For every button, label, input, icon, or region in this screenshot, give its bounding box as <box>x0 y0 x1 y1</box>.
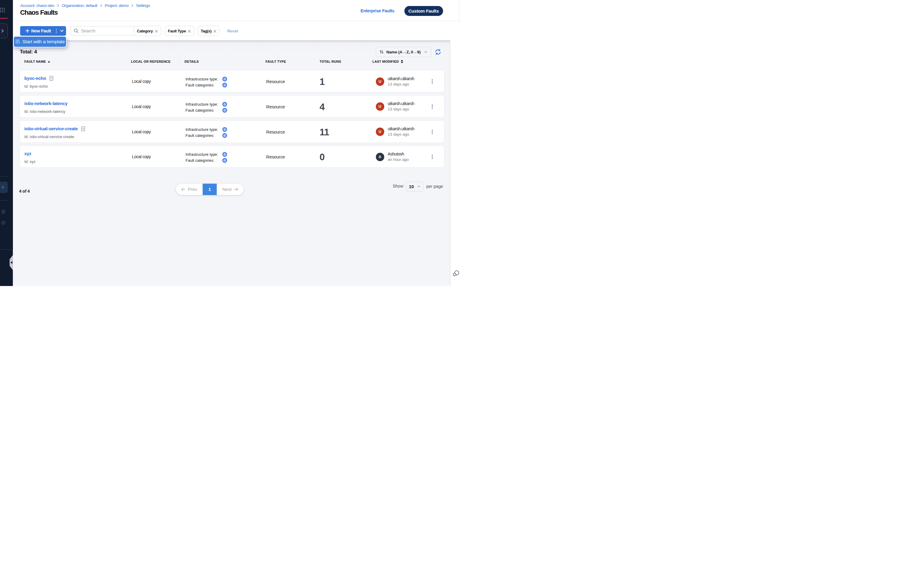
search-box <box>70 26 137 36</box>
breadcrumb-settings[interactable]: Settings <box>136 3 150 8</box>
fault-categories-label: Fault categories: <box>185 158 222 163</box>
local-or-reference-value: Local copy <box>132 154 151 159</box>
infrastructure-type-label: Infrastructure type: <box>185 152 222 157</box>
fault-id: Id: istio-virtual-service-create <box>24 134 74 139</box>
module-active-indicator <box>0 18 8 19</box>
filter-chip-label: Category <box>137 29 153 33</box>
modified-by: utkarsh.utkarsh <box>388 101 414 106</box>
pagination-next-button[interactable]: Next <box>217 183 243 195</box>
sidebar-expand-button[interactable] <box>0 23 8 39</box>
document-icon <box>50 76 53 81</box>
local-or-reference-value: Local copy <box>132 104 151 109</box>
total-runs-value: 1 <box>320 76 325 87</box>
column-header-last-modified[interactable]: LAST MODIFIED <box>373 60 403 63</box>
arrow-right-icon <box>234 188 238 191</box>
sidebar-info-button-1[interactable] <box>2 209 5 213</box>
breadcrumb-project[interactable]: Project: demo <box>105 3 129 8</box>
filter-chip-category[interactable]: Category <box>134 26 161 36</box>
enterprise-faults-link[interactable]: Enterprise Faults <box>361 8 394 13</box>
search-input[interactable] <box>81 28 132 33</box>
new-fault-dropdown-toggle[interactable] <box>58 26 65 36</box>
new-fault-label: New Fault <box>31 28 51 33</box>
breadcrumb-account[interactable]: Account: chaos-dev <box>20 3 54 8</box>
plus-icon <box>25 29 30 33</box>
chevron-right-icon <box>1 29 4 33</box>
fault-row-istio-virtual-service-create[interactable]: istio-virtual-service-create Id: istio-v… <box>20 120 444 143</box>
fault-name-link[interactable]: byoc-echo <box>24 76 46 81</box>
new-fault-button[interactable]: New Fault <box>20 26 66 36</box>
sort-select[interactable]: Name (A→Z, 0→9) <box>376 47 431 57</box>
new-fault-menu: Start with a template <box>13 36 67 48</box>
column-header-fault-name[interactable]: FAULT NAME <box>24 60 50 63</box>
fault-row-istio-network-latency[interactable]: istio-network-latency Id: istio-network-… <box>20 95 444 118</box>
row-menu-button[interactable] <box>431 128 434 136</box>
kubernetes-icon <box>222 158 227 163</box>
pagination: Prev 1 Next <box>176 183 244 195</box>
content-area: Total: 4 Name (A→Z, 0→9) FAULT NAME LOCA… <box>13 40 450 286</box>
toolbar-divider <box>13 40 450 40</box>
show-label: Show <box>393 183 403 188</box>
modified-ago: 13 days ago <box>388 82 409 86</box>
close-icon[interactable] <box>213 30 216 33</box>
total-runs-value: 4 <box>320 102 325 112</box>
close-icon[interactable] <box>155 30 158 33</box>
pagination-prev-label: Prev <box>188 187 197 192</box>
pagination-current-page[interactable]: 1 <box>203 183 217 195</box>
breadcrumb: Account: chaos-dev Organization: default… <box>20 3 150 8</box>
kubernetes-icon <box>222 108 227 113</box>
local-or-reference-value: Local copy <box>132 129 151 134</box>
pagination-prev-button[interactable]: Prev <box>176 183 203 195</box>
row-menu-button[interactable] <box>431 103 434 111</box>
row-menu-button[interactable] <box>431 153 434 161</box>
button-divider <box>56 28 56 34</box>
nav-apps-grid-icon[interactable] <box>0 8 5 12</box>
sidebar-divider <box>0 249 13 250</box>
chevron-down-icon <box>60 30 64 32</box>
sidebar-collapse-handle[interactable] <box>9 255 13 270</box>
fault-name-link[interactable]: istio-network-latency <box>24 101 68 106</box>
fault-name-link[interactable]: istio-virtual-service-create <box>24 126 78 131</box>
filter-chip-fault-type[interactable]: Fault Type <box>165 26 194 36</box>
filter-chip-label: Fault Type <box>168 29 186 33</box>
avatar: U <box>376 127 384 136</box>
close-icon[interactable] <box>188 30 191 33</box>
fault-row-xyz[interactable]: xyz Id: xyz Local copy Infrastructure ty… <box>20 145 444 168</box>
breadcrumb-organization[interactable]: Organization: default <box>62 3 97 8</box>
reset-filters-link[interactable]: Reset <box>227 29 238 33</box>
breadcrumb-separator-icon <box>131 4 134 7</box>
column-header-fault-type: FAULT TYPE <box>266 60 286 63</box>
kubernetes-icon <box>222 152 227 157</box>
sidebar-item-current[interactable] <box>0 182 8 193</box>
page-size-value: 10 <box>409 184 414 189</box>
pagination-count: 4 of 4 <box>19 189 30 194</box>
custom-faults-button[interactable]: Custom Faults <box>404 6 443 16</box>
infrastructure-type-label: Infrastructure type: <box>185 102 222 107</box>
fault-type-value: Resource <box>266 154 285 159</box>
page-header: Account: chaos-dev Organization: default… <box>13 0 462 21</box>
total-runs-value: 0 <box>320 152 325 163</box>
arrow-left-icon <box>181 188 185 191</box>
page-size-select[interactable]: 10 <box>406 182 423 191</box>
fault-categories-label: Fault categories: <box>185 133 222 138</box>
sort-asc-icon <box>48 61 50 62</box>
fault-name-link[interactable]: xyz <box>24 151 31 156</box>
search-icon <box>74 28 78 33</box>
kubernetes-icon <box>222 76 227 82</box>
fault-row-byoc-echo[interactable]: byoc-echo Id: byoc-echo Local copy Infra… <box>20 70 444 92</box>
local-or-reference-value: Local copy <box>132 79 151 84</box>
sidebar-info-button-2[interactable] <box>2 220 5 224</box>
fault-categories-label: Fault categories: <box>185 83 222 87</box>
refresh-button[interactable] <box>435 49 441 55</box>
kubernetes-icon <box>222 127 227 132</box>
infrastructure-type-label: Infrastructure type: <box>185 127 222 132</box>
fault-id: Id: istio-network-latency <box>24 109 65 114</box>
start-with-template-menu-item[interactable]: Start with a template <box>14 37 66 47</box>
refresh-icon <box>435 49 441 55</box>
column-header-local-or-reference: LOCAL OR REFERENCE <box>131 60 171 63</box>
filter-chip-tags[interactable]: Tag(s) <box>198 26 219 36</box>
total-runs-value: 11 <box>320 127 329 138</box>
help-chat-button[interactable] <box>453 270 459 277</box>
avatar: U <box>376 103 384 111</box>
document-icon <box>81 126 85 131</box>
row-menu-button[interactable] <box>431 78 434 85</box>
